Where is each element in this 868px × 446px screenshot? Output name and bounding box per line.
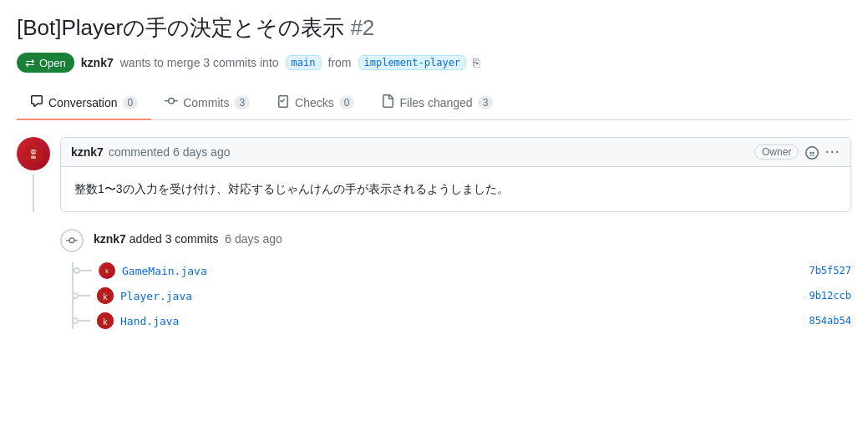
- pr-title-text: [Bot]Playerの手の決定とその表示: [17, 15, 344, 40]
- commits-event-text: kznk7 added 3 commits 6 days ago: [94, 229, 282, 246]
- comment-header: kznk7 commented 6 days ago Owner ···: [61, 138, 850, 167]
- files-changed-tab-badge: 3: [478, 96, 494, 109]
- commit-file-row-2: k Player.java 9b12ccb: [72, 287, 851, 304]
- tab-conversation[interactable]: Conversation 0: [17, 86, 151, 120]
- pr-author[interactable]: kznk7: [81, 56, 114, 69]
- commit-filename-2[interactable]: Player.java: [120, 290, 809, 302]
- comment-time: commented 6 days ago: [109, 145, 231, 159]
- commits-event-author[interactable]: kznk7: [94, 232, 126, 246]
- compare-branch-tag[interactable]: implement-player: [358, 55, 467, 70]
- commenter-avatar[interactable]: k: [17, 137, 50, 170]
- owner-badge: Owner: [754, 144, 799, 160]
- tab-commits[interactable]: Commits 3: [151, 86, 263, 120]
- commit-hash-3[interactable]: 854ab54: [809, 315, 851, 327]
- commits-event-time: 6 days ago: [225, 232, 282, 246]
- commits-event-row: kznk7 added 3 commits 6 days ago: [60, 229, 851, 252]
- checks-icon: [277, 94, 290, 110]
- checks-tab-label: Checks: [295, 96, 334, 109]
- conversation-icon: [30, 94, 43, 110]
- svg-point-5: [34, 151, 36, 153]
- commits-section: kznk7 added 3 commits 6 days ago: [60, 229, 851, 329]
- conversation-tab-badge: 0: [123, 96, 139, 109]
- comment-body-text: 整数1〜3の入力を受け付け、対応するじゃんけんの手が表示されるようしました。: [74, 182, 509, 195]
- svg-rect-3: [31, 155, 37, 159]
- conversation-tab-label: Conversation: [48, 96, 118, 109]
- commits-tab-badge: 3: [234, 96, 250, 109]
- svg-rect-6: [33, 149, 34, 150]
- commit-hash-2[interactable]: 9b12ccb: [809, 290, 851, 302]
- svg-point-2: [30, 149, 37, 155]
- comment-body: 整数1〜3の入力を受け付け、対応するじゃんけんの手が表示されるようしました。: [61, 167, 850, 211]
- commit-filename-1[interactable]: GameMain.java: [122, 265, 809, 277]
- open-badge-label: Open: [39, 57, 66, 69]
- tab-files-changed[interactable]: Files changed 3: [368, 86, 506, 120]
- commit-file-row-1: k GameMain.java 7b5f527: [72, 262, 851, 279]
- files-changed-icon: [381, 94, 394, 110]
- tab-checks[interactable]: Checks 0: [263, 86, 368, 120]
- commits-event-action: added 3 commits: [129, 232, 219, 246]
- emoji-button[interactable]: [805, 144, 819, 159]
- tabs-bar: Conversation 0 Commits 3 Checks 0: [17, 86, 851, 120]
- commit-files-list: k GameMain.java 7b5f527 k: [72, 262, 851, 329]
- pr-meta: ⇄ Open kznk7 wants to merge 3 commits in…: [17, 53, 851, 73]
- commit-file-row-3: k Hand.java 854ab54: [72, 312, 851, 329]
- comment-header-right: Owner ···: [754, 144, 840, 160]
- more-options-button[interactable]: ···: [825, 145, 840, 159]
- commits-event-icon: [60, 229, 84, 252]
- open-badge: ⇄ Open: [17, 53, 74, 73]
- commits-tab-label: Commits: [183, 96, 229, 109]
- from-text: from: [328, 56, 352, 69]
- files-changed-tab-label: Files changed: [399, 96, 472, 109]
- open-badge-icon: ⇄: [25, 56, 35, 69]
- copy-branch-icon[interactable]: ⎘: [473, 56, 480, 69]
- svg-point-4: [32, 151, 33, 153]
- pr-meta-text: wants to merge 3 commits into: [120, 56, 279, 69]
- comment-box: kznk7 commented 6 days ago Owner ···: [60, 137, 851, 212]
- checks-tab-badge: 0: [339, 96, 355, 109]
- comment-header-left: kznk7 commented 6 days ago: [71, 145, 230, 159]
- pr-number: #2: [350, 15, 374, 40]
- pr-title: [Bot]Playerの手の決定とその表示 #2: [17, 13, 851, 43]
- comment-block: k kznk7 commented 6 days ago: [17, 137, 851, 212]
- commit-filename-3[interactable]: Hand.java: [120, 315, 809, 327]
- base-branch-tag[interactable]: main: [286, 55, 322, 70]
- timeline: k kznk7 commented 6 days ago: [17, 137, 851, 329]
- commits-icon: [165, 94, 178, 110]
- svg-text:k: k: [105, 268, 109, 274]
- comment-author[interactable]: kznk7: [71, 145, 104, 159]
- commit-hash-1[interactable]: 7b5f527: [809, 265, 851, 276]
